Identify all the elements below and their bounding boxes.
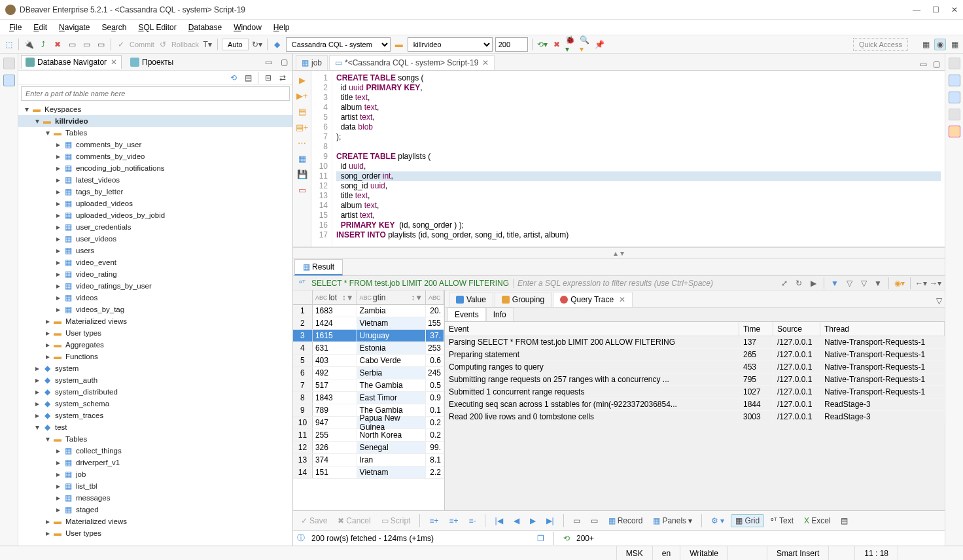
tree-item[interactable]: ▸▦users	[18, 245, 292, 256]
tree-item[interactable]: ▸◆system_traces	[18, 410, 292, 421]
tree-item[interactable]: ▸▬Materialized views	[18, 516, 292, 527]
panel-menu-icon[interactable]: ▽	[933, 295, 945, 307]
export-icon[interactable]: ▭	[569, 515, 584, 527]
disconnect-icon[interactable]: ⤴	[37, 39, 49, 50]
delete-row-icon[interactable]: ≡-	[464, 515, 480, 527]
execute-new-tab-icon[interactable]: ▶+	[297, 90, 307, 101]
commit-button[interactable]: Commit	[130, 41, 154, 48]
nav-filter-icon[interactable]: ▤	[242, 72, 254, 84]
strip-icon-r4[interactable]	[949, 109, 960, 120]
grid-row[interactable]: 21424Vietnam155	[293, 317, 444, 330]
connect-icon[interactable]: 🔌	[23, 39, 35, 50]
close-icon[interactable]: ✕	[951, 5, 958, 14]
editor-min-icon[interactable]: ▭	[917, 58, 929, 70]
invalidate-icon[interactable]: ✖	[52, 39, 63, 50]
excel-button[interactable]: XExcel	[800, 515, 834, 527]
new-sql-icon[interactable]: ▭	[80, 39, 92, 50]
auto-button[interactable]: Auto	[222, 39, 249, 50]
grid-row[interactable]: 31615Uruguay37.	[293, 330, 444, 342]
code-area[interactable]: CREATE TABLE songs ( id uuid PRIMARY KEY…	[332, 71, 945, 247]
first-icon[interactable]: |◀	[491, 515, 506, 527]
tab-script19[interactable]: ▭ *<Cassandra CQL - system> Script-19 ✕	[329, 55, 495, 70]
rollback-icon[interactable]: ↺	[157, 39, 169, 50]
col-event[interactable]: Event	[445, 322, 739, 336]
grid-row[interactable]: 6492Serbia245	[293, 367, 444, 379]
last-icon[interactable]: ▶|	[542, 515, 558, 527]
stop-icon[interactable]: ✖	[551, 39, 563, 50]
record-button[interactable]: ▦Record	[604, 515, 647, 527]
commit-icon[interactable]: ✓	[115, 39, 127, 50]
minimize-icon[interactable]: —	[913, 5, 920, 14]
pin-icon[interactable]: 📌	[594, 39, 606, 50]
tree-item[interactable]: ▸▦latest_videos	[18, 174, 292, 186]
refresh-icon[interactable]: ⟲	[563, 534, 570, 543]
menu-search[interactable]: Search	[96, 22, 131, 33]
apply-filter-icon[interactable]: ▶	[808, 278, 818, 289]
tree-item[interactable]: ▸▦video_rating	[18, 268, 292, 280]
history-icon[interactable]: ↻▾	[251, 39, 263, 50]
minimize-view-icon[interactable]: ▭	[262, 56, 274, 68]
tab-result[interactable]: ▦ Result	[294, 259, 343, 275]
tree-item[interactable]: ▸▦video_ratings_by_user	[18, 280, 292, 292]
grid-row[interactable]: 7517The Gambia0.5	[293, 379, 444, 392]
perspective-other-icon[interactable]: ▦	[949, 39, 960, 50]
sash-handle[interactable]: ▴ ▾	[293, 247, 945, 259]
menu-edit[interactable]: Edit	[28, 22, 52, 33]
filter-icon-3[interactable]: ▽	[858, 278, 869, 289]
trace-row[interactable]: Executing seq scan across 1 sstables for…	[445, 398, 945, 411]
next-icon[interactable]: ▶	[526, 515, 540, 527]
trace-row[interactable]: Read 200 live rows and 0 tombstone cells…	[445, 411, 945, 423]
trace-row[interactable]: Computing ranges to query453/127.0.0.1Na…	[445, 361, 945, 374]
connection-combo[interactable]: Cassandra CQL - system	[286, 37, 391, 52]
tree-item[interactable]: ▸▦tags_by_letter	[18, 186, 292, 198]
perspective-dbeaver-icon[interactable]: ◉	[934, 39, 946, 50]
script-button[interactable]: ▭Script	[377, 515, 415, 527]
grid-row[interactable]: 5403Cabo Verde0.6	[293, 355, 444, 367]
import-icon[interactable]: ▭	[587, 515, 602, 527]
menu-sql[interactable]: SQL Editor	[133, 22, 181, 33]
grid-row[interactable]: 14151Vietnam2.2	[293, 466, 444, 479]
result-grid[interactable]: ABClot ↕▼ ABCgtin ↕▼ ABC 11683Zambia20.2…	[293, 290, 445, 510]
bug-icon[interactable]: 🐞▾	[565, 39, 577, 50]
tree-item[interactable]: ▸▦staged	[18, 504, 292, 516]
tree-item[interactable]: ▾▬Tables	[18, 433, 292, 445]
col-gtin[interactable]: ABCgtin ↕▼	[357, 290, 427, 304]
tree-item[interactable]: ▾▬Tables	[18, 127, 292, 139]
edit-icon[interactable]: ≡+	[425, 515, 442, 527]
col-thread[interactable]: Thread	[820, 322, 945, 336]
tree-item[interactable]: ▸◆system_distributed	[18, 386, 292, 398]
tree-item[interactable]: ▸▦user_videos	[18, 233, 292, 245]
col-source[interactable]: Source	[773, 322, 820, 336]
tree-item[interactable]: ▸▦uploaded_videos_by_jobid	[18, 209, 292, 221]
tree-item[interactable]: ▾◆test	[18, 421, 292, 433]
chart-icon[interactable]: ◉▾	[894, 278, 905, 289]
more-icon[interactable]: ▤	[837, 515, 852, 527]
sql-editor[interactable]: 1234567891011121314151617 CREATE TABLE s…	[311, 71, 945, 247]
nav-link-icon[interactable]: ⇄	[277, 72, 289, 84]
perspective-db-icon[interactable]: ▦	[920, 39, 932, 50]
col-time[interactable]: Time	[739, 322, 773, 336]
tree-item[interactable]: ▸▦list_tbl	[18, 480, 292, 492]
strip-icon-r2[interactable]	[949, 75, 960, 86]
maximize-view-icon[interactable]: ▢	[278, 56, 290, 68]
filter-icon-2[interactable]: ▽	[844, 278, 854, 289]
tree-item[interactable]: ▸◆system	[18, 362, 292, 374]
tree-item[interactable]: ▸▦collect_things	[18, 445, 292, 457]
tree-item[interactable]: ▸▦job	[18, 468, 292, 480]
tree-item[interactable]: ▸▬User types	[18, 327, 292, 339]
tree-item[interactable]: ▸▦comments_by_user	[18, 139, 292, 150]
trace-row[interactable]: Parsing SELECT * FROM test.job LIMIT 200…	[445, 336, 945, 349]
load-icon[interactable]: ▭	[297, 184, 307, 195]
new-connection-icon[interactable]: ⬚	[3, 39, 14, 50]
nav-back-icon[interactable]: ←▾	[916, 278, 926, 289]
tab-db-navigator[interactable]: Database Navigator ✕	[21, 55, 122, 69]
trace-row[interactable]: Submitting range requests on 257 ranges …	[445, 374, 945, 386]
menu-window[interactable]: Window	[228, 22, 267, 33]
tree-item[interactable]: ▸▦encoding_job_notifications	[18, 162, 292, 174]
tree-search-input[interactable]	[21, 86, 290, 101]
grid-row[interactable]: 13374Iran8.1	[293, 454, 444, 466]
tree-item[interactable]: ▸▬Functions	[18, 351, 292, 362]
strip-icon-1[interactable]	[3, 58, 15, 69]
quick-access[interactable]: Quick Access	[853, 38, 908, 51]
maximize-icon[interactable]: ☐	[932, 5, 939, 14]
